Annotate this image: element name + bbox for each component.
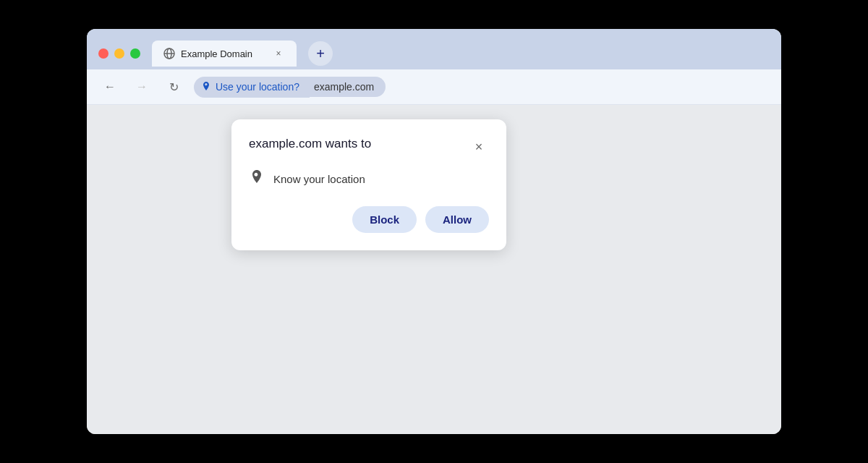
permission-dialog: example.com wants to × Know your locatio… [231, 119, 506, 250]
dialog-title: example.com wants to [249, 137, 371, 151]
block-button[interactable]: Block [352, 206, 417, 233]
minimize-traffic-light[interactable] [114, 48, 124, 59]
address-bar: Use your location? example.com [194, 77, 770, 98]
tab-close-button[interactable]: × [272, 47, 285, 60]
allow-button[interactable]: Allow [425, 206, 489, 233]
forward-button[interactable]: → [130, 75, 153, 98]
browser-tab[interactable]: Example Domain × [152, 41, 297, 67]
back-button[interactable]: ← [98, 75, 122, 98]
reload-button[interactable]: ↻ [162, 75, 185, 98]
dialog-location-icon [249, 169, 265, 189]
dialog-header: example.com wants to × [249, 137, 489, 157]
traffic-lights [98, 48, 140, 59]
tab-title: Example Domain [181, 48, 266, 59]
dialog-actions: Block Allow [249, 206, 489, 233]
close-traffic-light[interactable] [98, 48, 109, 59]
address-display: example.com [310, 77, 386, 97]
maximize-traffic-light[interactable] [130, 48, 140, 59]
dialog-permission-text: Know your location [273, 173, 365, 185]
dialog-close-button[interactable]: × [469, 137, 489, 157]
page-content: example.com wants to × Know your locatio… [87, 105, 781, 434]
nav-bar: ← → ↻ Use your location? example.com [87, 69, 781, 105]
location-pin-icon [201, 81, 211, 93]
new-tab-button[interactable]: + [308, 41, 333, 66]
dialog-permission-row: Know your location [249, 169, 489, 189]
globe-icon [163, 48, 175, 59]
location-pill-text: Use your location? [216, 81, 299, 93]
browser-window: Example Domain × + ← → ↻ Use your locati… [87, 29, 781, 434]
location-permission-pill[interactable]: Use your location? [194, 77, 310, 98]
title-bar: Example Domain × + [87, 29, 781, 69]
